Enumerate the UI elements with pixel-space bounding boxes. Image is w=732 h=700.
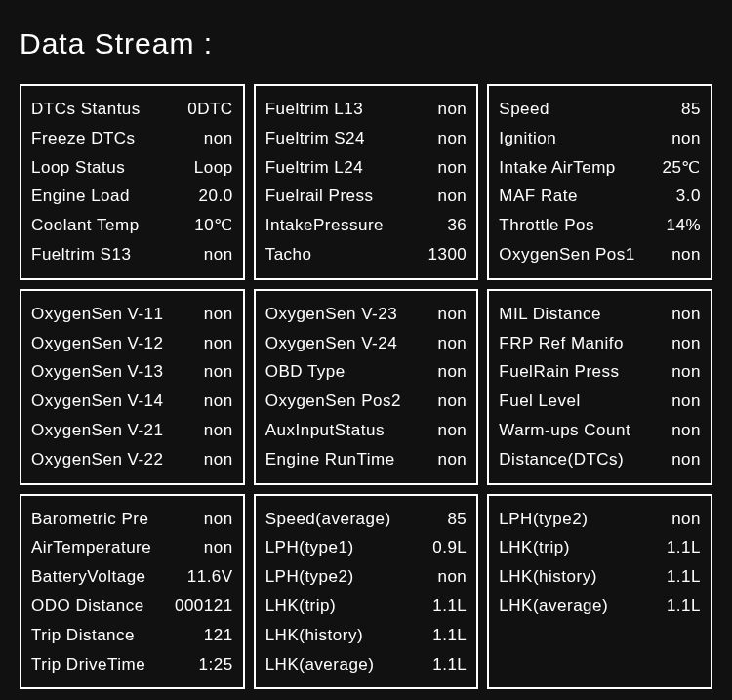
row-value: non bbox=[184, 127, 233, 150]
row-value: non bbox=[652, 448, 701, 472]
data-row: Fueltrim L24non bbox=[265, 156, 468, 180]
row-value: non bbox=[418, 565, 467, 589]
data-row: OxygenSen V-23non bbox=[265, 303, 468, 326]
data-row: Engine RunTimenon bbox=[265, 448, 468, 472]
data-row: Trip Distance121 bbox=[31, 624, 233, 647]
data-row: Fueltrim S24non bbox=[265, 127, 468, 150]
data-row: Speed85 bbox=[499, 98, 701, 121]
row-label: Speed(average) bbox=[265, 508, 391, 531]
row-value: 1:25 bbox=[184, 653, 233, 677]
row-label: Fueltrim S24 bbox=[265, 127, 365, 150]
row-value: non bbox=[418, 303, 467, 326]
row-label: Intake AirTemp bbox=[499, 156, 615, 180]
row-label: Warm-ups Count bbox=[499, 419, 630, 442]
row-label: MAF Rate bbox=[499, 185, 578, 208]
data-row: OxygenSen V-13non bbox=[31, 360, 233, 384]
data-row: LHK(average)1.1L bbox=[499, 595, 701, 618]
row-label: Tacho bbox=[265, 243, 312, 267]
row-label: LPH(type2) bbox=[265, 565, 354, 589]
row-label: Fuel Level bbox=[499, 390, 580, 413]
row-label: LPH(type1) bbox=[265, 536, 354, 559]
row-label: OxygenSen Pos1 bbox=[499, 243, 634, 267]
data-row: Ignitionnon bbox=[499, 127, 701, 150]
row-value: 3.0 bbox=[652, 185, 701, 208]
row-value: non bbox=[418, 360, 467, 384]
row-label: Throttle Pos bbox=[499, 214, 594, 237]
row-label: Trip Distance bbox=[31, 624, 135, 647]
row-value: non bbox=[184, 360, 233, 384]
row-value: 1300 bbox=[418, 243, 467, 267]
data-panel: Speed(average)85LPH(type1)0.9LLPH(type2)… bbox=[254, 494, 479, 690]
row-label: Fuelrail Press bbox=[265, 185, 374, 208]
row-value: non bbox=[184, 303, 233, 326]
data-row: LPH(type2)non bbox=[499, 508, 701, 531]
row-label: LHK(trip) bbox=[265, 595, 337, 618]
data-row: LHK(trip)1.1L bbox=[265, 595, 468, 618]
row-label: IntakePressure bbox=[265, 214, 384, 237]
row-label: Fueltrim L24 bbox=[265, 156, 363, 180]
row-value: 85 bbox=[418, 508, 467, 531]
data-row: Fuelrail Pressnon bbox=[265, 185, 468, 208]
row-label: Fueltrim L13 bbox=[265, 98, 363, 121]
row-value: non bbox=[652, 390, 701, 413]
row-value: non bbox=[418, 390, 467, 413]
row-value: non bbox=[652, 127, 701, 150]
row-label: Speed bbox=[499, 98, 549, 121]
data-row: FRP Ref Manifonon bbox=[499, 332, 701, 355]
data-row: OxygenSen Pos2non bbox=[265, 390, 468, 413]
row-value: non bbox=[184, 536, 233, 559]
row-value: non bbox=[184, 243, 233, 267]
row-label: Fueltrim S13 bbox=[31, 243, 131, 267]
page-title: Data Stream : bbox=[20, 27, 712, 61]
row-value: 20.0 bbox=[184, 185, 233, 208]
data-row: Tacho1300 bbox=[265, 243, 468, 267]
row-value: non bbox=[418, 419, 467, 442]
data-row: FuelRain Pressnon bbox=[499, 360, 701, 384]
data-row: LHK(trip)1.1L bbox=[499, 536, 701, 559]
row-value: 000121 bbox=[175, 595, 233, 618]
row-label: FRP Ref Manifo bbox=[499, 332, 624, 355]
row-value: non bbox=[652, 332, 701, 355]
row-label: Coolant Temp bbox=[31, 214, 140, 237]
data-row: IntakePressure36 bbox=[265, 214, 468, 237]
data-row: Speed(average)85 bbox=[265, 508, 468, 531]
row-label: Barometric Pre bbox=[31, 508, 148, 531]
data-row: Barometric Prenon bbox=[31, 508, 233, 531]
row-label: Ignition bbox=[499, 127, 556, 150]
row-label: Loop Status bbox=[31, 156, 125, 180]
row-value: 0DTC bbox=[184, 98, 233, 121]
row-label: OxygenSen V-13 bbox=[31, 360, 164, 384]
data-row: Distance(DTCs)non bbox=[499, 448, 701, 472]
row-label: OxygenSen V-21 bbox=[31, 419, 164, 442]
row-value: 1.1L bbox=[652, 595, 701, 618]
data-panel: Barometric PrenonAirTemperaturenonBatter… bbox=[20, 494, 245, 690]
data-row: Intake AirTemp25℃ bbox=[499, 156, 701, 180]
data-row: Fueltrim S13non bbox=[31, 243, 233, 267]
row-label: MIL Distance bbox=[499, 303, 601, 326]
row-value: 10℃ bbox=[184, 214, 233, 237]
row-value: non bbox=[418, 127, 467, 150]
row-label: ODO Distance bbox=[31, 595, 144, 618]
row-value: 1.1L bbox=[418, 624, 467, 647]
row-value: 14% bbox=[652, 214, 701, 237]
data-panel: OxygenSen V-11nonOxygenSen V-12nonOxygen… bbox=[20, 289, 245, 485]
data-row: OxygenSen V-11non bbox=[31, 303, 233, 326]
row-label: OBD Type bbox=[265, 360, 346, 384]
data-row: LPH(type1)0.9L bbox=[265, 536, 468, 559]
row-value: 121 bbox=[184, 624, 233, 647]
row-value: 11.6V bbox=[184, 565, 233, 589]
row-value: 1.1L bbox=[418, 653, 467, 677]
row-value: 1.1L bbox=[418, 595, 467, 618]
row-label: Distance(DTCs) bbox=[499, 448, 624, 472]
row-label: BatteryVoltage bbox=[31, 565, 146, 589]
row-label: OxygenSen V-22 bbox=[31, 448, 164, 472]
row-label: OxygenSen V-14 bbox=[31, 390, 164, 413]
data-row: OxygenSen V-22non bbox=[31, 448, 233, 472]
data-panel: Fueltrim L13nonFueltrim S24nonFueltrim L… bbox=[254, 84, 479, 280]
data-row: Engine Load20.0 bbox=[31, 185, 233, 208]
row-label: AirTemperature bbox=[31, 536, 151, 559]
data-row: Throttle Pos14% bbox=[499, 214, 701, 237]
row-value: non bbox=[418, 185, 467, 208]
data-row: Fueltrim L13non bbox=[265, 98, 468, 121]
data-stream-screen: Data Stream : DTCs Stantus0DTCFreeze DTC… bbox=[0, 0, 732, 700]
